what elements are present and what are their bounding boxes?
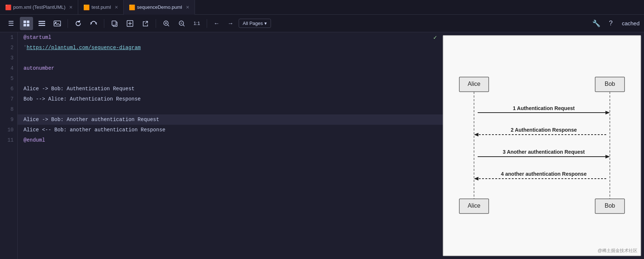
all-pages-arrow: ▾: [264, 21, 267, 26]
bob-top-label: Bob: [605, 81, 615, 87]
code-line-2: 'https://plantuml.com/sequence-diagram: [18, 43, 443, 53]
msg3-arrowhead: [605, 155, 610, 158]
zoom-in-button[interactable]: [160, 17, 173, 30]
zoom-out-button[interactable]: [175, 17, 188, 30]
tab-pom-icon: 🟥: [5, 4, 11, 10]
code-text-1: @startuml: [23, 34, 51, 40]
msg1-arrowhead: [605, 111, 610, 114]
code-text-10: Alice <-- Bob: another authentication Re…: [23, 127, 165, 133]
line-num-1: 1: [0, 32, 17, 43]
tab-test-close[interactable]: ✕: [115, 5, 118, 10]
lines-button[interactable]: [35, 17, 48, 30]
toolbar-status: cached: [622, 20, 640, 26]
tab-pom[interactable]: 🟥 pom.xml (TestPlantUML) ✕: [0, 0, 78, 15]
alice-bottom-label: Alice: [468, 203, 481, 209]
alice-top-label: Alice: [468, 81, 481, 87]
svg-rect-0: [23, 21, 26, 23]
code-line-11: @enduml: [18, 135, 443, 145]
sep3: [156, 19, 156, 28]
msg3-label: 3 Another authentication Request: [503, 149, 585, 155]
code-text-4: autonumber: [23, 65, 54, 71]
sep2: [104, 19, 104, 28]
msg1-label: 1 Authentication Request: [513, 105, 575, 111]
svg-rect-4: [39, 21, 45, 22]
tab-pom-label: pom.xml (TestPlantUML): [13, 4, 65, 10]
line-num-3: 3: [0, 53, 17, 63]
msg2-label: 2 Authentication Response: [511, 127, 577, 133]
line-num-6: 6: [0, 84, 17, 94]
svg-rect-2: [23, 24, 26, 26]
zoom-reset-button[interactable]: 1:1: [191, 17, 203, 30]
export-button[interactable]: [139, 17, 152, 30]
tab-pom-close[interactable]: ✕: [69, 5, 73, 10]
bob-bottom-label: Bob: [605, 203, 615, 209]
code-line-6: Alice -> Bob: Authentication Request: [18, 84, 443, 94]
code-line-9: Alice -> Bob: Another authentication Req…: [18, 114, 443, 125]
code-line-5: [18, 73, 443, 84]
code-line-7: Bob --> Alice: Authentication Response: [18, 94, 443, 104]
tab-test-icon: 🟧: [83, 4, 89, 10]
code-line-8: [18, 104, 443, 114]
tab-seq[interactable]: 🟧 sequenceDemo.puml ✕: [124, 0, 195, 15]
sep1: [68, 19, 68, 28]
tab-seq-close[interactable]: ✕: [186, 5, 189, 10]
watermark: @稀土掘金技术社区: [598, 248, 637, 254]
line-num-2: 2: [0, 43, 17, 53]
svg-rect-6: [39, 25, 45, 26]
line-num-5: 5: [0, 73, 17, 84]
copy2-button[interactable]: [123, 17, 137, 30]
nav-back-button[interactable]: ←: [211, 18, 222, 29]
code-line-1: @startuml ✓: [18, 32, 443, 43]
line-num-8: 8: [0, 104, 17, 114]
line-num-4: 4: [0, 63, 17, 73]
copy2-icon: [127, 20, 133, 27]
tab-bar: 🟥 pom.xml (TestPlantUML) ✕ 🟧 test.puml ✕…: [0, 0, 644, 15]
refresh-button[interactable]: [72, 17, 85, 30]
image-button[interactable]: [51, 17, 64, 30]
export-icon: [142, 20, 149, 27]
code-text-7: Bob --> Alice: Authentication Response: [23, 96, 141, 102]
nav-forward-button[interactable]: →: [225, 18, 236, 29]
lines-icon: [39, 21, 45, 26]
code-text-6: Alice -> Bob: Authentication Request: [23, 86, 134, 92]
line-numbers: 1 2 3 4 5 6 7 8 9 10 11: [0, 32, 18, 259]
all-pages-label: All Pages: [243, 21, 263, 26]
main-content: 1 2 3 4 5 6 7 8 9 10 11 @startuml ✓ 'htt…: [0, 32, 644, 259]
msg4-label: 4 another authentication Response: [501, 171, 587, 177]
hamburger-button[interactable]: ☰: [4, 17, 18, 30]
line-num-10: 10: [0, 125, 17, 135]
grid-icon: [23, 20, 30, 27]
valid-check-icon: ✓: [433, 34, 437, 41]
line-num-7: 7: [0, 94, 17, 104]
code-line-4: autonumber: [18, 63, 443, 73]
toolbar: ☰: [0, 15, 644, 32]
msg4-arrowhead: [474, 177, 478, 180]
diagram-panel: Alice Bob 1 Authentication Request: [443, 35, 641, 256]
zoom-out-icon: [178, 20, 185, 27]
code-editor[interactable]: @startuml ✓ 'https://plantuml.com/sequen…: [18, 32, 443, 259]
sync-button[interactable]: [87, 17, 100, 30]
refresh-icon: [75, 20, 82, 27]
line-num-9: 9: [0, 114, 17, 125]
tab-seq-label: sequenceDemo.puml: [137, 4, 182, 10]
tab-test-label: test.puml: [91, 4, 111, 10]
copy1-button[interactable]: [108, 17, 121, 30]
code-line-10: Alice <-- Bob: another authentication Re…: [18, 125, 443, 135]
code-text-11: @enduml: [23, 137, 45, 143]
all-pages-button[interactable]: All Pages ▾: [239, 19, 271, 28]
code-text-2a: ': [23, 45, 26, 51]
line-num-11: 11: [0, 135, 17, 145]
code-text-2b: https://plantuml.com/sequence-diagram: [26, 45, 141, 51]
msg2-arrowhead: [474, 133, 478, 136]
question-button[interactable]: ?: [605, 18, 617, 29]
grid-button[interactable]: [20, 17, 33, 30]
tab-test[interactable]: 🟧 test.puml ✕: [78, 0, 124, 15]
code-text-9: Alice -> Bob: Another authentication Req…: [23, 117, 159, 123]
code-line-3: [18, 53, 443, 63]
wrench-button[interactable]: 🔧: [590, 17, 603, 30]
svg-rect-1: [27, 21, 29, 23]
editor-area: 1 2 3 4 5 6 7 8 9 10 11 @startuml ✓ 'htt…: [0, 32, 443, 259]
tab-seq-icon: 🟧: [129, 4, 135, 10]
sep4: [207, 19, 207, 28]
zoom-in-icon: [163, 20, 170, 27]
